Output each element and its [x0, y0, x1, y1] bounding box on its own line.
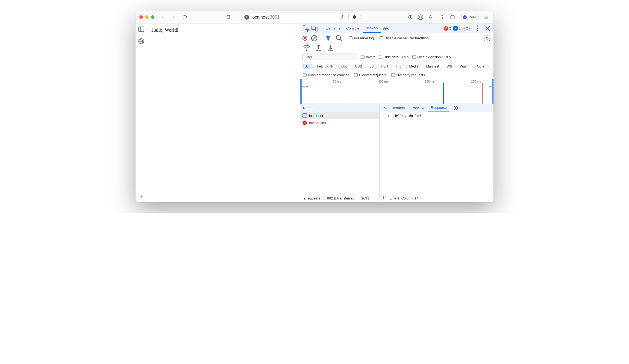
- back-button[interactable]: [159, 13, 167, 21]
- hide-extension-urls-checkbox[interactable]: Hide extension URLs: [412, 55, 451, 59]
- vpn-button[interactable]: VPN: [460, 14, 479, 20]
- throttling-select[interactable]: No throttling: [410, 36, 434, 40]
- devtools-more-button[interactable]: [473, 24, 481, 33]
- browser-body: ＋ Hello, World! Elements Console Network: [136, 24, 493, 202]
- filter-chip-css[interactable]: CSS: [352, 64, 365, 69]
- bookmark-button[interactable]: [224, 13, 233, 21]
- timeline-domcontentloaded-marker: [349, 83, 349, 104]
- timeline-selection-start: [300, 79, 302, 104]
- network-filter-input[interactable]: [302, 54, 357, 60]
- filter-chip-js[interactable]: JS: [367, 64, 377, 69]
- request-detail: ✕ Headers Preview Response 1 Hello, Worl…: [380, 104, 493, 194]
- search-button[interactable]: [335, 34, 343, 42]
- third-party-checkbox[interactable]: 3rd-party requests: [391, 73, 425, 77]
- filter-chip-doc[interactable]: Doc: [338, 64, 350, 69]
- chevron-down-icon: [430, 37, 434, 40]
- network-statusbar: 2 requests 662 B transferred 163 | Line …: [300, 194, 493, 202]
- tab-network[interactable]: Network: [363, 24, 381, 33]
- address-bar[interactable]: i localhost:3001: [241, 13, 361, 22]
- request-detail-tabs: ✕ Headers Preview Response: [380, 104, 493, 112]
- sidepanel-button[interactable]: [449, 13, 456, 21]
- close-detail-button[interactable]: ✕: [381, 106, 388, 110]
- blocked-cookies-checkbox[interactable]: Blocked response cookies: [303, 73, 349, 77]
- filter-chip-other[interactable]: Other: [474, 64, 489, 69]
- filter-chip-wasm[interactable]: Wasm: [457, 64, 472, 69]
- vpn-status-icon: [463, 15, 467, 19]
- tab-preview[interactable]: Preview: [409, 104, 427, 111]
- devtools-settings-button[interactable]: [463, 24, 471, 33]
- forward-button[interactable]: [170, 13, 178, 21]
- filter-chip-manifest[interactable]: Manifest: [423, 64, 442, 69]
- network-timeline[interactable]: 50 ms 100 ms 150 ms 200 ms: [300, 79, 493, 104]
- detail-tabs-overflow[interactable]: [452, 104, 460, 112]
- timeline-tick: 200 ms: [471, 80, 481, 83]
- tab-elements[interactable]: Elements: [323, 24, 343, 33]
- app-menu-button[interactable]: [483, 13, 490, 21]
- export-har-button[interactable]: [314, 43, 323, 52]
- filter-chip-all[interactable]: All: [302, 64, 312, 69]
- timeline-request-bar: [306, 86, 308, 87]
- site-info-icon[interactable]: i: [244, 15, 249, 20]
- filter-chip-img[interactable]: Img: [393, 64, 405, 69]
- minimize-window-button[interactable]: [145, 15, 149, 19]
- share-button[interactable]: [340, 13, 346, 21]
- import-har-button[interactable]: [327, 43, 335, 52]
- filter-chip-fetch[interactable]: Fetch/XHR: [314, 64, 337, 69]
- sidebar-toggle-button[interactable]: [138, 26, 145, 33]
- request-list-header[interactable]: Name: [300, 104, 379, 112]
- sidebar-web-icon[interactable]: [138, 38, 145, 45]
- tab-console[interactable]: Console: [343, 24, 362, 33]
- messages-indicator[interactable]: ≡ 1: [453, 26, 461, 31]
- device-toolbar-button[interactable]: [311, 24, 319, 33]
- svg-point-4: [442, 17, 443, 18]
- request-name: favicon.ico: [309, 121, 326, 125]
- reload-button[interactable]: [181, 13, 189, 21]
- filter-chip-media[interactable]: Media: [406, 64, 421, 69]
- filter-toggle-button[interactable]: [324, 34, 332, 42]
- pretty-print-button[interactable]: [383, 196, 387, 201]
- extension-1password-icon[interactable]: [407, 13, 414, 21]
- window-controls: [139, 15, 154, 19]
- hide-data-urls-checkbox[interactable]: Hide data URLs: [379, 55, 409, 59]
- third-party-label: 3rd-party requests: [396, 73, 425, 77]
- timeline-request-bar: [302, 86, 305, 87]
- extension-grammarly-icon[interactable]: G: [418, 14, 423, 20]
- request-row-localhost[interactable]: ≡ localhost: [300, 112, 379, 119]
- filter-chip-ws[interactable]: WS: [444, 64, 455, 69]
- request-row-favicon[interactable]: ✕ favicon.ico: [300, 119, 379, 126]
- tab-headers[interactable]: Headers: [389, 104, 408, 111]
- inspect-element-button[interactable]: [302, 24, 310, 33]
- timeline-tick: 100 ms: [378, 80, 388, 83]
- hide-extension-urls-label: Hide extension URLs: [417, 55, 451, 59]
- clear-button[interactable]: [310, 34, 318, 42]
- tab-response[interactable]: Response: [428, 104, 449, 111]
- brave-shields-icon[interactable]: [351, 13, 357, 21]
- network-toolbar: Preserve log Disable cache No throttling: [300, 33, 493, 43]
- close-window-button[interactable]: [139, 15, 143, 19]
- network-conditions-button[interactable]: [302, 43, 311, 52]
- page-text: Hello, World!: [151, 27, 178, 33]
- devtools-tabbar: Elements Console Network ✕ 2 ≡ 1: [300, 24, 493, 33]
- record-button[interactable]: [302, 36, 307, 41]
- url-port: :3001: [269, 15, 280, 19]
- extensions-button[interactable]: [427, 13, 434, 21]
- disable-cache-checkbox[interactable]: Disable cache: [380, 36, 407, 40]
- errors-indicator[interactable]: ✕ 2: [444, 26, 451, 31]
- maximize-window-button[interactable]: [151, 15, 154, 19]
- svg-rect-17: [316, 27, 318, 31]
- network-settings-button[interactable]: [483, 34, 491, 42]
- toolbar-divider: [348, 14, 349, 20]
- sidebar-add-button[interactable]: ＋: [138, 192, 145, 199]
- blocked-requests-checkbox[interactable]: Blocked requests: [354, 73, 386, 77]
- filter-chip-font[interactable]: Font: [378, 64, 391, 69]
- preserve-log-checkbox[interactable]: Preserve log: [349, 36, 374, 40]
- invert-checkbox[interactable]: Invert: [361, 55, 375, 59]
- tabs-overflow-button[interactable]: [382, 24, 390, 33]
- disable-cache-label: Disable cache: [384, 36, 407, 40]
- devtools-close-button[interactable]: [484, 24, 492, 33]
- preserve-log-label: Preserve log: [354, 36, 374, 40]
- svg-point-20: [477, 28, 478, 29]
- response-body[interactable]: 1 Hello, World!: [380, 112, 493, 194]
- media-button[interactable]: [438, 13, 445, 21]
- network-extra-filters: Blocked response cookies Blocked request…: [300, 71, 493, 79]
